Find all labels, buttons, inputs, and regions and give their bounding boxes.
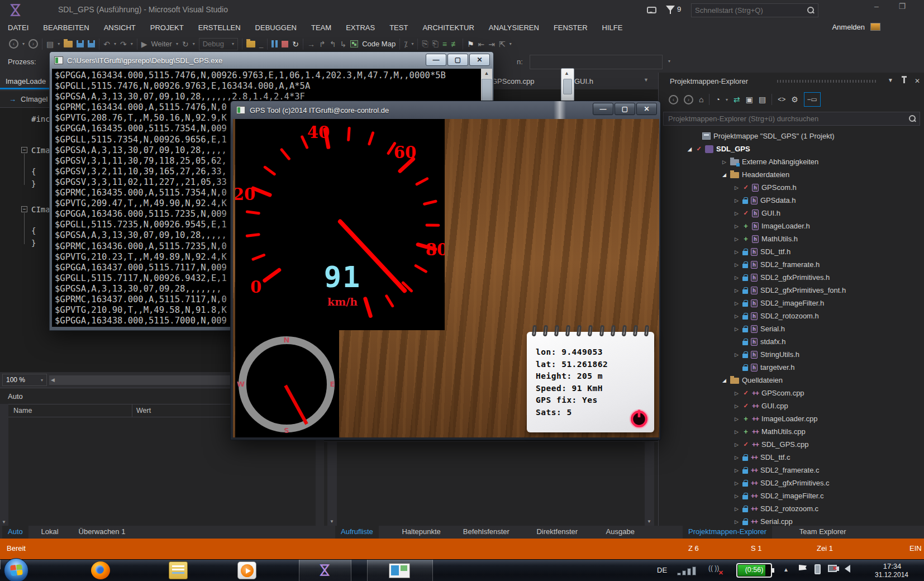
closed-expander-icon[interactable]: ▷ [734,185,740,191]
tree-file-sdl2_imagefilter.h[interactable]: ▷SDL2_imageFilter.h [659,297,924,309]
pause-debug-icon[interactable] [272,40,278,47]
clear-bookmarks-icon[interactable]: ⇱ [499,40,506,49]
wrench-icon[interactable]: ⚙ [791,95,798,104]
prev-bookmark-icon[interactable]: ⇤ [478,40,485,49]
quick-launch-search[interactable] [691,3,818,17]
closed-expander-icon[interactable]: ▷ [734,403,740,409]
closed-expander-icon[interactable]: ▷ [734,326,740,332]
navigate-forward-icon[interactable]: › [28,39,38,49]
copy-parent-icon[interactable]: ⎗ [432,39,439,49]
bookmark-icon[interactable]: ⚑ [467,40,474,49]
close-panel-icon[interactable]: ✕ [915,77,920,85]
taskbar-image-viewer-button[interactable] [367,560,433,581]
console-titlebar[interactable]: C:\Users\ITGrufti\gpsrepo\Debug\SDL_GPS.… [50,52,493,69]
organizer-app-icon[interactable] [169,561,188,579]
properties-icon[interactable]: ▤ [759,95,766,104]
notifications-flag-icon[interactable]: 9 [666,4,688,16]
restart-icon[interactable]: ↻ [182,40,189,49]
tab-ausgabe[interactable]: Ausgabe [601,526,640,539]
closed-expander-icon[interactable]: ▷ [734,506,740,512]
action-center-flag-icon[interactable] [799,565,807,570]
tab-befehlsfenster[interactable]: Befehlsfenster [458,526,515,539]
tab-projektmappen-explorer[interactable]: Projektmappen-Explorer [683,526,772,539]
menu-item-team[interactable]: TEAM [311,23,331,32]
undo-dropdown[interactable]: ▾ [114,41,116,46]
pending-changes-icon[interactable]: ◔ [715,95,720,104]
tree-project-node[interactable]: ◢✓SDL_GPS [659,142,924,155]
home-icon[interactable]: ⌂ [699,95,703,104]
battery-timer-widget[interactable]: (0:56) [736,563,772,578]
closed-expander-icon[interactable]: ▷ [734,313,740,319]
tree-file-sdl_ttf.c[interactable]: ▷SDL_ttf.c [659,451,924,464]
closed-expander-icon[interactable]: ▷ [734,493,740,499]
tree-file-gpscom.cpp[interactable]: ▷✓GPScom.cpp [659,387,924,399]
show-all-files-toggle[interactable]: −▭ [804,92,821,107]
tree-file-gpsdata.h[interactable]: ▷GPSdata.h [659,194,924,207]
tree-file-serial.cpp[interactable]: ▷Serial.cpp [659,515,924,526]
tree-file-stringutils.h[interactable]: ▷StringUtils.h [659,348,924,361]
menu-item-ansicht[interactable]: ANSICHT [104,23,136,32]
menu-item-bearbeiten[interactable]: BEARBEITEN [43,23,89,32]
tree-file-imageloader.h[interactable]: ▷+ImageLoader.h [659,220,924,232]
step-into-icon[interactable]: ↱ [319,40,326,49]
autos-scrollbar[interactable]: ▼ [0,404,8,526]
tree-file-imageloader.cpp[interactable]: ▷+ImageLoader.cpp [659,412,924,425]
comment-dropdown[interactable]: ▾ [411,41,413,46]
sync-with-active-document-icon[interactable]: ⇄ [734,95,740,104]
tree-file-sdl_ttf.h[interactable]: ▷SDL_ttf.h [659,245,924,258]
closed-expander-icon[interactable]: ▷ [734,211,740,216]
closed-expander-icon[interactable]: ▷ [734,223,740,229]
editor-zoom-combo[interactable]: 100 %▾ [2,374,47,386]
explorer-back-icon[interactable]: ‹ [669,95,678,104]
tab-auto[interactable]: Auto [2,526,28,539]
tree-file-sdl_gps.cpp[interactable]: ▷✓SDL_GPS.cpp [659,438,924,451]
tab-gui-h[interactable]: GUI.h [574,77,593,85]
tree-folder-sources[interactable]: ◢Quelldateien [659,374,924,387]
menu-item-architektur[interactable]: ARCHITEKTUR [422,23,474,32]
tree-file-sdl2_framerate.c[interactable]: ▷SDL2_framerate.c [659,464,924,477]
stop-debug-icon[interactable] [282,41,288,47]
closed-expander-icon[interactable]: ▷ [734,352,740,358]
tab-überwachen-1[interactable]: Überwachen 1 [73,526,131,539]
toolbar-overflow-dropdown[interactable]: ▾ [509,41,512,46]
save-all-icon[interactable] [88,40,95,47]
console-close-button[interactable]: ✕ [469,54,490,66]
solution-explorer-search-input[interactable] [664,115,908,123]
close-button[interactable]: ✕ [917,0,924,13]
closed-expander-icon[interactable]: ▷ [734,519,740,525]
save-icon[interactable] [77,40,84,47]
scroll-up-icon[interactable]: ▲ [481,69,492,78]
closed-expander-icon[interactable]: ▷ [734,198,740,203]
fold-toggle-icon[interactable]: − [21,147,27,153]
thread-combo-dropdown[interactable]: ▾ [668,59,670,64]
undo-icon[interactable]: ↶ [103,40,110,49]
next-bookmark-icon[interactable]: ⇥ [488,40,495,49]
closed-expander-icon[interactable]: ▷ [734,455,740,460]
closed-expander-icon[interactable]: ▷ [734,301,740,306]
language-indicator[interactable]: DE [657,566,667,574]
tab-aufrufliste[interactable]: Aufrufliste [335,526,379,539]
wireless-disconnected-icon[interactable]: (( )) [708,564,722,575]
navigate-back-dropdown[interactable]: ▾ [22,41,25,46]
gps-maximize-button[interactable]: ▢ [615,103,635,115]
minimize-button[interactable]: – [867,0,886,13]
closed-expander-icon[interactable]: ▷ [721,159,727,165]
tab-overflow-icon[interactable]: ▼ [644,77,649,83]
hidden-icons-chevron[interactable]: ▲ [783,566,789,573]
power-button-icon[interactable] [628,408,650,429]
code-map-button[interactable]: Code Map [362,40,396,48]
media-player-icon[interactable] [237,561,256,579]
tree-file-gui.h[interactable]: ▷✓GUI.h [659,207,924,220]
menu-item-fenster[interactable]: FENSTER [554,23,588,32]
clock-date[interactable]: 31.12.2014 [869,571,914,579]
tree-file-sdl2_gfxprimitives_font.h[interactable]: ▷SDL2_gfxPrimitives_font.h [659,284,924,297]
step-over-icon[interactable]: ↰ [330,40,336,49]
solution-config-combo[interactable]: Debug▾ [199,38,238,50]
closed-expander-icon[interactable]: ▷ [734,236,740,242]
gps-close-button[interactable]: ✕ [636,103,657,115]
firefox-icon[interactable] [91,561,110,579]
tree-file-mathutils.cpp[interactable]: ▷+MathUtils.cpp [659,425,924,438]
restart-dropdown[interactable]: ▾ [193,41,195,46]
new-file-icon[interactable]: ▤ [46,40,54,49]
closed-expander-icon[interactable]: ▷ [734,416,740,422]
